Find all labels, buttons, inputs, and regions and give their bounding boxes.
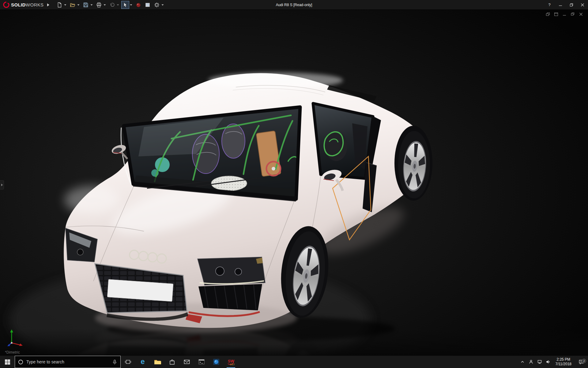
view-orientation-label: *Dimetric [5,350,20,355]
folder-open-icon [70,2,75,8]
sw-letters: SW [228,359,235,363]
cursor-arrow-icon [123,2,128,8]
fender-highlight [64,186,119,214]
triad-origin [11,342,13,344]
mdi-window-button[interactable] [553,12,559,17]
open-button[interactable] [69,1,77,9]
chevron-down-icon [90,4,93,6]
taskbar-store-button[interactable] [165,356,179,368]
expand-arrow-icon [1,184,3,186]
network-button[interactable] [535,356,544,368]
window-icon [554,13,558,16]
3ds-logo-icon [3,2,9,8]
undo-dropdown[interactable] [116,1,120,9]
print-dropdown[interactable] [103,1,107,9]
chevron-up-icon [520,360,525,364]
options-dropdown[interactable] [161,1,165,9]
taskbar-file-explorer-button[interactable] [150,356,165,368]
right-triangle-icon [47,3,49,6]
taskbar-edge-button[interactable]: e [135,356,150,368]
solidworks-logo[interactable]: SOLIDWORKS [0,2,46,8]
mdi-restore-button[interactable] [570,12,575,17]
new-document-dropdown[interactable] [63,1,67,9]
feature-tree-collapsed-tab[interactable] [0,180,4,190]
mdi-minimize-button[interactable] [562,12,567,17]
system-tray: 2:25 PM 7/11/2018 2 [518,356,588,368]
screen: SOLIDWORKS [0,0,588,368]
store-icon [169,358,175,365]
3d-viewport[interactable] [0,10,588,356]
passenger-seat [222,124,245,158]
options-button[interactable] [153,1,161,9]
menu-expand-arrow[interactable] [46,2,51,8]
table-icon [145,2,150,8]
solidworks-wordmark: SOLIDWORKS [11,2,44,7]
cascade-windows-icon [546,13,550,16]
undo-button[interactable] [108,1,116,9]
volume-button[interactable] [544,356,552,368]
windows-logo-icon [5,359,10,365]
taskbar-solidworks-button[interactable]: SW 2017 [224,356,238,368]
volume-icon [546,359,551,364]
restore-button[interactable] [566,0,577,10]
people-icon [529,359,533,364]
taskbar-mail-button[interactable] [179,356,194,368]
select-tool-button[interactable] [121,1,129,9]
select-tool-dropdown[interactable] [129,1,133,9]
graphics-area[interactable]: *Dimetric [0,10,588,356]
undo-arrow-icon [109,2,115,8]
clock-time: 2:25 PM [556,357,572,362]
new-document-button[interactable] [55,1,63,9]
command-prompt-icon [198,358,205,365]
taskbar-search-box[interactable]: Type here to search [15,356,121,368]
brand-solid: SOLID [11,2,26,7]
right-headlight[interactable] [198,257,265,285]
taskbar-clock[interactable]: 2:25 PM 7/11/2018 [552,357,575,366]
titlebar: SOLIDWORKS [0,0,588,10]
help-button[interactable]: ? [544,0,555,10]
floppy-disk-icon [83,2,89,8]
chevron-down-icon [77,4,80,6]
save-dropdown[interactable] [90,1,94,9]
solidworks-icon: SW 2017 [227,358,235,366]
minimize-icon [563,13,566,16]
edit-appearance-button[interactable] [134,1,142,9]
taskbar-task-view-button[interactable] [121,356,135,368]
design-table-button[interactable] [144,1,152,9]
close-button[interactable] [577,0,588,10]
minimize-button[interactable] [555,0,566,10]
windows-taskbar: Type here to search e SW 2017 [0,356,588,368]
network-icon [537,359,542,364]
edge-letter: e [141,358,145,366]
media-app-icon [213,358,220,366]
clock-date: 7/11/2018 [556,362,572,366]
rear-wheel[interactable] [394,126,432,201]
brand-works: WORKS [26,2,44,7]
save-button[interactable] [82,1,90,9]
action-center-button[interactable]: 2 [575,359,588,365]
chevron-down-icon [130,4,132,6]
sw-year: 2017 [230,363,235,366]
print-button[interactable] [95,1,103,9]
task-view-icon [125,359,131,365]
window-title: Audi R8 S [Read-only] [276,3,312,7]
taskbar-media-app-button[interactable] [209,356,224,368]
close-icon [579,13,583,16]
mdi-close-button[interactable] [578,12,584,17]
people-button[interactable] [527,356,535,368]
file-explorer-icon [154,358,161,366]
taskbar-command-prompt-button[interactable] [194,356,209,368]
hidden-icons-button[interactable] [518,356,527,368]
edge-icon: e [139,358,147,366]
roof-highlight [208,72,343,88]
document-icon [57,2,62,8]
open-dropdown[interactable] [77,1,81,9]
document-window-controls [545,12,584,17]
chevron-down-icon [64,4,66,6]
printer-icon [96,2,102,8]
chevron-down-icon [117,4,119,6]
start-button[interactable] [0,356,15,368]
microphone-icon[interactable] [112,359,117,365]
mdi-cascade-button[interactable] [545,12,551,17]
search-placeholder: Type here to search [26,359,109,364]
